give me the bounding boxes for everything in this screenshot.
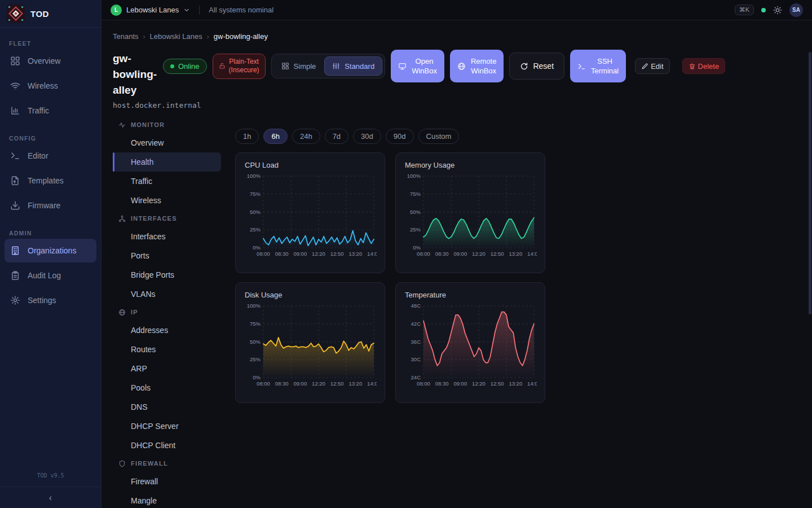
- topbar-divider: [199, 6, 200, 15]
- delete-label: Delete: [698, 62, 720, 71]
- sidebar-section-admin: ADMIN: [0, 230, 101, 237]
- svg-text:13:20: 13:20: [509, 380, 522, 387]
- sidebar-item-label: Wireless: [28, 81, 58, 90]
- svg-text:08:30: 08:30: [275, 251, 289, 257]
- time-range-1h[interactable]: 1h: [235, 129, 259, 144]
- view-mode-standard[interactable]: Standard: [324, 56, 382, 76]
- chart-title: CPU Load: [245, 161, 376, 169]
- refresh-icon: [520, 62, 528, 71]
- svg-text:08:00: 08:00: [257, 251, 270, 257]
- terminal-icon: [577, 62, 586, 71]
- time-range-selector: 1h6h24h7d30d90dCustom: [235, 129, 459, 144]
- svg-text:100%: 100%: [407, 173, 421, 179]
- wifi-icon: [10, 81, 20, 91]
- time-range-24h[interactable]: 24h: [292, 129, 320, 144]
- sidebar-item-wireless[interactable]: Wireless: [5, 74, 96, 98]
- reset-button[interactable]: Reset: [509, 52, 564, 80]
- delete-button[interactable]: Delete: [682, 58, 726, 74]
- insecure-label-line1: Plain-Text: [229, 58, 259, 66]
- tod-logo-icon: [7, 5, 25, 23]
- subnav-item-health[interactable]: Health: [113, 152, 221, 172]
- open-winbox-button[interactable]: Open WinBox: [391, 50, 444, 82]
- tenant-selector[interactable]: L Lebowski Lanes: [111, 5, 190, 16]
- breadcrumb-separator: ›: [207, 33, 209, 41]
- cpu-load-card: CPU Load0%25%50%75%100%08:0008:3009:0012…: [235, 152, 385, 273]
- subnav-item-routes[interactable]: Routes: [113, 340, 221, 359]
- user-avatar[interactable]: SA: [789, 3, 803, 17]
- ssh-label-2: Terminal: [591, 67, 619, 75]
- status-badge-online: Online: [163, 59, 207, 74]
- system-status-text: All systems nominal: [209, 6, 273, 14]
- subnav-item-ports[interactable]: Ports: [113, 246, 221, 265]
- subnav-item-pools[interactable]: Pools: [113, 378, 221, 397]
- app-name: TOD: [30, 9, 49, 19]
- subnav-item-traffic[interactable]: Traffic: [113, 172, 221, 191]
- breadcrumb-tenant[interactable]: Lebowski Lanes: [150, 32, 202, 41]
- edit-button[interactable]: Edit: [635, 58, 669, 74]
- breadcrumb-tenants[interactable]: Tenants: [113, 32, 139, 41]
- standard-label: Standard: [345, 62, 374, 71]
- temperature-chart: 24C30C36C42C48C08:0008:3009:0012:2012:50…: [405, 302, 537, 391]
- subnav-item-wireless[interactable]: Wireless: [113, 191, 221, 210]
- theme-toggle-sun-icon[interactable]: [773, 6, 782, 15]
- sidebar-item-firmware[interactable]: Firmware: [5, 194, 96, 217]
- time-range-6h[interactable]: 6h: [263, 129, 287, 144]
- subnav-item-arp[interactable]: ARP: [113, 359, 221, 378]
- chart-title: Memory Usage: [405, 161, 536, 169]
- subnav-item-interfaces[interactable]: Interfaces: [113, 227, 221, 246]
- sidebar-item-templates[interactable]: Templates: [5, 169, 96, 192]
- subnav-item-dhcp-client[interactable]: DHCP Client: [113, 436, 221, 455]
- subnav-item-firewall[interactable]: Firewall: [113, 472, 221, 491]
- subnav-item-vlans[interactable]: VLANs: [113, 284, 221, 304]
- view-mode-simple[interactable]: Simple: [274, 56, 324, 76]
- pencil-icon: [641, 63, 648, 70]
- remote-winbox-label-2: WinBox: [471, 67, 496, 75]
- svg-text:100%: 100%: [247, 303, 261, 309]
- sidebar-item-overview[interactable]: Overview: [5, 49, 96, 73]
- subnav-item-addresses[interactable]: Addresses: [113, 321, 221, 340]
- remote-winbox-label-1: Remote: [471, 57, 497, 65]
- scrollbar-thumb[interactable]: [809, 52, 811, 314]
- svg-text:50%: 50%: [250, 339, 261, 345]
- grid-icon: [10, 56, 20, 66]
- subnav-item-dns[interactable]: DNS: [113, 397, 221, 417]
- trash-icon: [689, 63, 696, 70]
- sidebar-collapse-button[interactable]: ‹: [0, 487, 101, 508]
- svg-text:12:50: 12:50: [491, 251, 504, 257]
- subnav-item-bridge-ports[interactable]: Bridge Ports: [113, 265, 221, 284]
- sidebar-item-label: Organizations: [28, 246, 76, 255]
- subnav-section-interfaces: INTERFACES: [113, 210, 221, 227]
- subnav-item-mangle[interactable]: Mangle: [113, 491, 221, 508]
- command-k-shortcut[interactable]: ⌘K: [735, 5, 754, 15]
- sidebar-item-settings[interactable]: Settings: [5, 288, 96, 312]
- subnav-section-label: INTERFACES: [131, 215, 177, 222]
- open-winbox-label-2: WinBox: [412, 67, 437, 75]
- svg-text:75%: 75%: [250, 321, 261, 327]
- svg-text:12:50: 12:50: [330, 380, 344, 387]
- file-icon: [10, 176, 20, 186]
- subnav-section-ip: IP: [113, 304, 221, 321]
- subnav-item-dhcp-server[interactable]: DHCP Server: [113, 417, 221, 436]
- svg-text:25%: 25%: [250, 226, 261, 233]
- ssh-terminal-button[interactable]: SSH Terminal: [570, 50, 626, 82]
- subnav-section-firewall: FIREWALL: [113, 455, 221, 472]
- tenant-name: Lebowski Lanes: [126, 6, 179, 14]
- svg-text:13:20: 13:20: [509, 251, 522, 257]
- remote-winbox-button[interactable]: Remote WinBox: [450, 50, 504, 82]
- breadcrumb-current: gw-bowling-alley: [214, 32, 268, 41]
- svg-text:14:00: 14:00: [527, 251, 537, 257]
- svg-text:12:50: 12:50: [491, 380, 504, 387]
- sidebar-item-traffic[interactable]: Traffic: [5, 99, 96, 122]
- svg-text:100%: 100%: [247, 173, 261, 179]
- time-range-7d[interactable]: 7d: [325, 129, 348, 144]
- subnav-item-overview[interactable]: Overview: [113, 133, 221, 152]
- sidebar-item-editor[interactable]: Editor: [5, 144, 96, 168]
- time-range-90d[interactable]: 90d: [386, 129, 414, 144]
- sidebar-item-audit-log[interactable]: Audit Log: [5, 264, 96, 287]
- svg-text:0%: 0%: [253, 244, 261, 251]
- time-range-30d[interactable]: 30d: [353, 129, 381, 144]
- svg-text:24C: 24C: [411, 374, 421, 380]
- sidebar-item-organizations[interactable]: Organizations: [5, 239, 96, 262]
- reset-label: Reset: [533, 62, 554, 71]
- time-range-custom[interactable]: Custom: [418, 129, 460, 144]
